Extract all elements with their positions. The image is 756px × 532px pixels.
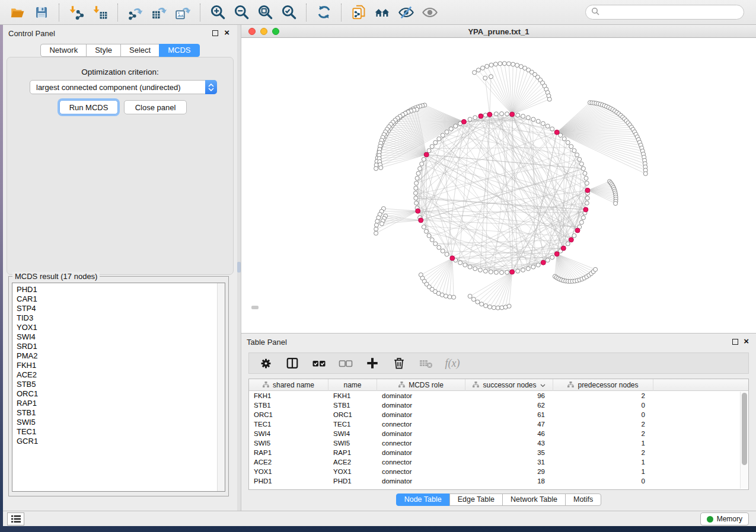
import-network-icon[interactable] bbox=[66, 3, 87, 22]
mcds-result-item[interactable]: STB1 bbox=[12, 408, 216, 418]
search-input[interactable] bbox=[602, 7, 744, 18]
column-header-shared-name[interactable]: shared name bbox=[249, 379, 328, 391]
table-cell: 0 bbox=[553, 410, 653, 419]
mcds-result-item[interactable]: ACE2 bbox=[12, 370, 216, 380]
refresh-view-icon[interactable] bbox=[314, 3, 334, 22]
table-cell: SWI5 bbox=[249, 438, 328, 448]
tab-motifs[interactable]: Motifs bbox=[565, 493, 601, 506]
mcds-result-item[interactable]: YOX1 bbox=[12, 323, 216, 332]
deselect-all-checkboxes-icon[interactable] bbox=[339, 356, 353, 370]
table-scrollbar[interactable] bbox=[740, 392, 748, 489]
mcds-result-item[interactable]: PHD1 bbox=[12, 285, 216, 294]
table-row[interactable]: ORC1ORC1dominator610 bbox=[249, 410, 748, 419]
toolbar-separator bbox=[200, 4, 200, 21]
table-row[interactable]: ACE2ACE2connector311 bbox=[249, 457, 748, 467]
tab-select[interactable]: Select bbox=[120, 44, 160, 57]
mcds-result-item[interactable]: SRD1 bbox=[12, 342, 216, 351]
horizontal-splitter-grip[interactable] bbox=[251, 306, 259, 309]
network-window-title: YPA_prune.txt_1 bbox=[241, 27, 756, 36]
table-cell: 1 bbox=[553, 438, 653, 448]
table-options-gear-icon[interactable] bbox=[259, 356, 273, 370]
table-cell: 35 bbox=[465, 448, 553, 457]
table-cell: dominator bbox=[377, 391, 465, 400]
fit-selected-icon[interactable] bbox=[279, 3, 299, 22]
column-header-successor-nodes[interactable]: successor nodes bbox=[465, 379, 553, 391]
network-window-titlebar[interactable]: YPA_prune.txt_1 bbox=[241, 25, 756, 38]
tab-network[interactable]: Network bbox=[40, 44, 87, 57]
delete-column-trash-icon[interactable] bbox=[392, 356, 406, 370]
task-history-button[interactable] bbox=[7, 512, 24, 525]
close-panel-button[interactable]: Close panel bbox=[124, 100, 187, 114]
show-columns-icon[interactable] bbox=[285, 356, 299, 370]
show-all-eye-icon[interactable] bbox=[420, 3, 440, 22]
column-header-MCDS-role[interactable]: MCDS role bbox=[377, 379, 465, 391]
network-canvas-svg[interactable] bbox=[241, 38, 756, 333]
table-row[interactable]: FKH1FKH1dominator962 bbox=[249, 391, 748, 400]
table-row[interactable]: PHD1PHD1dominator180 bbox=[249, 476, 748, 486]
zoom-in-icon[interactable] bbox=[208, 3, 228, 22]
table-cell: 96 bbox=[465, 391, 553, 400]
mcds-result-item[interactable]: CAR1 bbox=[12, 294, 216, 304]
tab-node-table[interactable]: Node Table bbox=[396, 493, 450, 506]
mcds-result-item[interactable]: SWI5 bbox=[12, 418, 216, 427]
run-mcds-button[interactable]: Run MCDS bbox=[59, 100, 118, 114]
duplicate-network-icon[interactable] bbox=[349, 3, 369, 22]
mcds-result-item[interactable]: STP4 bbox=[12, 304, 216, 313]
table-cell: dominator bbox=[377, 400, 465, 410]
table-row[interactable]: YOX1YOX1connector291 bbox=[249, 467, 748, 476]
table-scrollbar-thumb[interactable] bbox=[742, 393, 747, 465]
float-panel-icon[interactable] bbox=[732, 339, 738, 345]
close-panel-icon[interactable]: × bbox=[744, 336, 749, 347]
column-type-icon bbox=[263, 381, 269, 389]
save-session-icon[interactable] bbox=[31, 3, 52, 22]
mcds-result-item[interactable]: TEC1 bbox=[12, 427, 216, 437]
table-cell: 31 bbox=[465, 457, 553, 467]
optimization-criterion-value: largest connected component (undirected) bbox=[30, 83, 205, 92]
mcds-result-item[interactable]: FKH1 bbox=[12, 361, 216, 370]
tab-mcds[interactable]: MCDS bbox=[159, 44, 199, 57]
mcds-result-list: PHD1CAR1STP4TID3YOX1SWI4SRD1PMA2FKH1ACE2… bbox=[12, 285, 216, 491]
fit-content-icon[interactable] bbox=[255, 3, 275, 22]
export-network-icon[interactable] bbox=[125, 3, 145, 22]
table-row[interactable]: SWI4SWI4dominator462 bbox=[249, 429, 748, 438]
column-type-icon bbox=[398, 381, 405, 389]
export-table-icon[interactable] bbox=[149, 3, 169, 22]
select-all-checkboxes-icon[interactable] bbox=[312, 356, 326, 370]
mcds-result-item[interactable]: SWI4 bbox=[12, 332, 216, 342]
table-row[interactable]: SWI5SWI5connector431 bbox=[249, 438, 748, 448]
import-table-icon[interactable] bbox=[90, 3, 110, 22]
mcds-result-title: MCDS result (17 nodes) bbox=[12, 272, 100, 281]
column-header-name[interactable]: name bbox=[328, 379, 377, 391]
table-cell: SWI5 bbox=[328, 438, 377, 448]
close-panel-icon[interactable]: × bbox=[224, 27, 229, 38]
table-row[interactable]: TEC1TEC1connector472 bbox=[249, 419, 748, 429]
table-row[interactable]: RAP1RAP1dominator352 bbox=[249, 448, 748, 457]
mcds-result-item[interactable]: TID3 bbox=[12, 313, 216, 323]
table-cell: 43 bbox=[465, 438, 553, 448]
mcds-result-scrollbar[interactable] bbox=[217, 283, 225, 491]
mcds-result-item[interactable]: STB5 bbox=[12, 380, 216, 389]
mcds-result-item[interactable]: PMA2 bbox=[12, 351, 216, 361]
tab-network-table[interactable]: Network Table bbox=[502, 493, 566, 506]
tab-style[interactable]: Style bbox=[86, 44, 121, 57]
first-neighbors-icon[interactable] bbox=[372, 3, 393, 22]
tab-edge-table[interactable]: Edge Table bbox=[449, 493, 503, 506]
float-panel-icon[interactable] bbox=[212, 30, 218, 36]
table-cell: 47 bbox=[465, 419, 553, 429]
delete-table-icon bbox=[419, 356, 433, 370]
column-header-predecessor-nodes[interactable]: predecessor nodes bbox=[553, 379, 653, 391]
table-cell: TEC1 bbox=[249, 419, 328, 429]
table-row[interactable]: STB1STB1dominator620 bbox=[249, 400, 748, 410]
add-column-icon[interactable] bbox=[365, 356, 379, 370]
mcds-result-item[interactable]: ORC1 bbox=[12, 389, 216, 399]
export-image-icon[interactable] bbox=[173, 3, 193, 22]
zoom-out-icon[interactable] bbox=[231, 3, 251, 22]
open-file-icon[interactable] bbox=[8, 3, 28, 22]
mcds-result-item[interactable]: RAP1 bbox=[12, 399, 216, 408]
hide-selected-eye-slash-icon[interactable] bbox=[396, 3, 416, 22]
control-panel: Control Panel × NetworkStyleSelectMCDS O… bbox=[3, 25, 237, 511]
mcds-result-item[interactable]: GCR1 bbox=[12, 437, 216, 446]
table-cell: connector bbox=[377, 419, 465, 429]
optimization-criterion-select[interactable]: largest connected component (undirected) bbox=[30, 80, 217, 94]
memory-button[interactable]: Memory bbox=[700, 512, 749, 525]
